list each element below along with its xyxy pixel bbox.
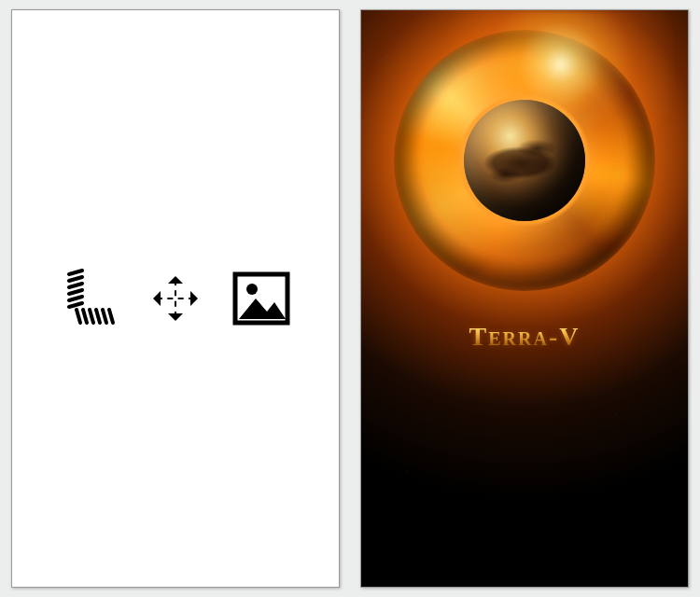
right-preview-panel: Terra-V [360, 9, 689, 588]
scene-title: Terra-V [361, 322, 688, 352]
image-placeholder-icon [231, 269, 291, 328]
move-icon [146, 269, 205, 328]
svg-line-5 [69, 303, 82, 307]
canvas: Terra-V [0, 0, 700, 597]
planet-icon [464, 100, 585, 221]
svg-line-8 [90, 310, 93, 323]
spring-icon [60, 269, 119, 328]
svg-line-10 [103, 310, 106, 323]
svg-line-3 [69, 290, 82, 294]
svg-line-2 [69, 284, 82, 287]
svg-point-13 [246, 284, 258, 295]
svg-line-9 [96, 310, 100, 323]
svg-line-4 [69, 297, 82, 300]
svg-line-1 [69, 277, 82, 281]
left-preview-panel [11, 9, 340, 588]
svg-line-7 [83, 310, 87, 323]
svg-line-0 [69, 271, 82, 274]
icon-row [12, 269, 339, 328]
svg-line-11 [109, 310, 113, 323]
svg-line-6 [77, 310, 80, 323]
